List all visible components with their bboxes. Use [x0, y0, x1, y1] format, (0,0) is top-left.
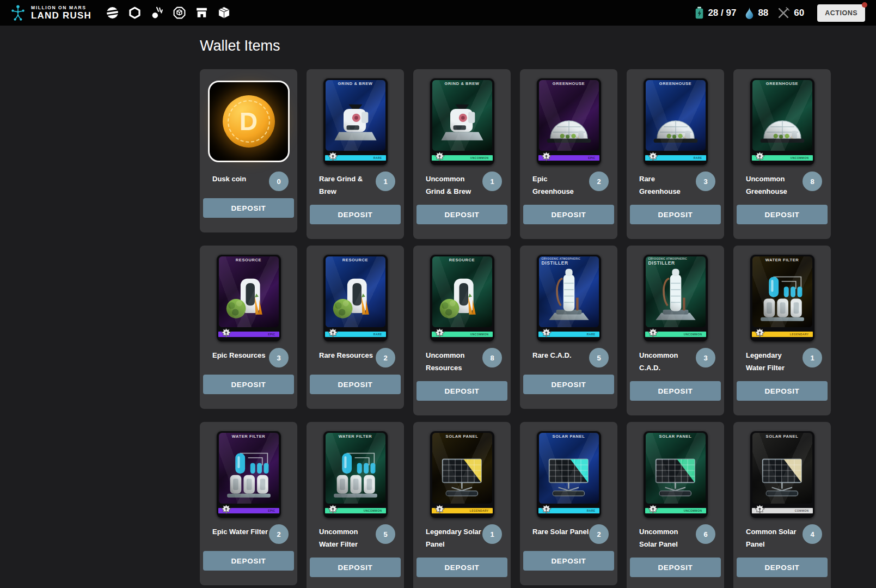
art-title: GREENHOUSE: [537, 81, 601, 86]
trading-card-art: GREENHOUSE EPIC: [537, 78, 601, 165]
battery-icon: [695, 6, 704, 20]
rarity-label: UNCOMMON: [791, 156, 809, 160]
item-art: SOLAR PANEL UNCOMMON: [630, 429, 721, 519]
card-epic-greenhouse: GREENHOUSE EPIC Epic Greenhouse 2 DEPOSI…: [520, 69, 617, 239]
art-title: WATER FILTER: [750, 258, 814, 262]
faction-crest-icon: [647, 151, 659, 164]
card-rare-solar-panel: SOLAR PANEL RARE Rare Solar Panel 2 DEPO…: [520, 422, 617, 585]
deposit-button[interactable]: DEPOSIT: [737, 558, 828, 577]
card-legendary-water-filter: WATER FILTER LEGENDARY Legendary Water F…: [733, 246, 831, 415]
trading-card-art: WATER FILTER LEGENDARY: [750, 254, 814, 341]
art-title: SOLAR PANEL: [644, 434, 708, 439]
energy-stat: 28 / 97: [695, 6, 736, 20]
nav-package-icon[interactable]: [217, 6, 231, 20]
deposit-button[interactable]: DEPOSIT: [523, 551, 614, 571]
card-dusk-coin: D Dusk coin 0 DEPOSIT: [200, 69, 297, 232]
deposit-button[interactable]: DEPOSIT: [523, 375, 614, 394]
top-bar: MILLION ON MARS LAND RUSH: [0, 0, 876, 26]
item-name: Dusk coin: [212, 171, 269, 185]
logo-line2: LAND RUSH: [31, 11, 91, 20]
rarity-label: RARE: [373, 156, 382, 160]
faction-crest-icon: [220, 328, 232, 340]
nav-crafting-icon[interactable]: [173, 6, 187, 20]
item-name: Uncommon Resources: [426, 348, 482, 374]
card-uncommon-resources: RESOURCE UNCOMMON Uncommon Resources 8 D…: [413, 246, 511, 415]
art-title: SOLAR PANEL: [537, 434, 601, 439]
item-art: GRIND & BREW RARE: [310, 76, 401, 167]
deposit-button[interactable]: DEPOSIT: [523, 205, 614, 224]
nav-hexagon-icon[interactable]: [128, 6, 142, 20]
food-value: 60: [794, 8, 804, 19]
card-uncommon-c-a-d: CRYOGENIC ATMOSPHERIC DISTILLER UNCOMMON…: [627, 246, 724, 415]
actions-button[interactable]: ACTIONS: [817, 4, 865, 22]
card-uncommon-solar-panel: SOLAR PANEL UNCOMMON Uncommon Solar Pane…: [627, 422, 724, 588]
deposit-button[interactable]: DEPOSIT: [416, 381, 507, 401]
deposit-button[interactable]: DEPOSIT: [737, 381, 828, 401]
deposit-button[interactable]: DEPOSIT: [630, 205, 721, 224]
art-title: GREENHOUSE: [750, 81, 814, 86]
nav-planet-icon[interactable]: [106, 6, 120, 20]
faction-crest-icon: [754, 151, 765, 164]
deposit-button[interactable]: DEPOSIT: [203, 198, 294, 218]
rarity-label: UNCOMMON: [470, 156, 489, 160]
notification-dot: [862, 2, 867, 8]
deposit-button[interactable]: DEPOSIT: [630, 558, 721, 577]
item-name: Uncommon Water Filter: [319, 524, 376, 550]
rarity-label: EPIC: [268, 333, 275, 336]
card-uncommon-grind-brew: GRIND & BREW UNCOMMON Uncommon Grind & B…: [413, 69, 511, 239]
item-art: GREENHOUSE UNCOMMON: [737, 76, 828, 167]
faction-crest-icon: [754, 328, 765, 340]
item-art: CRYOGENIC ATMOSPHERIC DISTILLER UNCOMMON: [630, 253, 721, 343]
deposit-button[interactable]: DEPOSIT: [310, 558, 401, 577]
trading-card-art: GRIND & BREW RARE: [323, 78, 388, 165]
item-count-badge: 6: [696, 524, 715, 544]
rarity-label: LEGENDARY: [470, 509, 489, 512]
deposit-button[interactable]: DEPOSIT: [310, 205, 401, 224]
art-title: GRIND & BREW: [323, 81, 388, 86]
deposit-button[interactable]: DEPOSIT: [737, 205, 828, 224]
item-count-badge: 2: [376, 348, 395, 367]
item-art: GREENHOUSE EPIC: [523, 76, 614, 167]
item-name: Common Solar Panel: [746, 524, 803, 550]
item-art: RESOURCE RARE: [310, 253, 401, 343]
item-name: Legendary Solar Panel: [426, 524, 482, 550]
faction-crest-icon: [541, 151, 552, 164]
art-title: GRIND & BREW: [430, 81, 494, 86]
app-logo[interactable]: MILLION ON MARS LAND RUSH: [10, 4, 91, 22]
item-art: GRIND & BREW UNCOMMON: [416, 76, 507, 167]
item-count-badge: 8: [803, 171, 822, 191]
item-count-badge: 4: [803, 524, 822, 544]
item-name: Uncommon Greenhouse: [746, 171, 803, 198]
deposit-button[interactable]: DEPOSIT: [310, 375, 401, 394]
nav-shop-icon[interactable]: [195, 6, 209, 20]
faction-crest-icon: [754, 504, 765, 517]
trading-card-art: GREENHOUSE RARE: [644, 78, 708, 165]
rarity-label: LEGENDARY: [790, 333, 809, 336]
deposit-button[interactable]: DEPOSIT: [416, 558, 507, 577]
trading-card-art: GREENHOUSE UNCOMMON: [750, 78, 814, 165]
land-rush-emblem-icon: [10, 4, 26, 22]
art-title: WATER FILTER: [323, 434, 388, 439]
item-count-badge: 3: [269, 348, 289, 367]
trading-card-art: CRYOGENIC ATMOSPHERIC DISTILLER RARE: [537, 254, 601, 341]
faction-crest-icon: [434, 151, 445, 164]
logo-line1: MILLION ON MARS: [31, 5, 91, 10]
item-count-badge: 5: [589, 348, 609, 367]
trading-card-art: WATER FILTER UNCOMMON: [323, 431, 388, 518]
item-count-badge: 1: [482, 171, 502, 191]
item-name: Rare Resources: [319, 348, 376, 362]
deposit-button[interactable]: DEPOSIT: [203, 551, 294, 571]
art-title: DISTILLER: [537, 260, 601, 266]
deposit-button[interactable]: DEPOSIT: [416, 205, 507, 224]
faction-crest-icon: [541, 504, 552, 517]
card-rare-grind-brew: GRIND & BREW RARE Rare Grind & Brew 1 DE…: [307, 69, 404, 239]
deposit-button[interactable]: DEPOSIT: [203, 375, 294, 394]
faction-crest-icon: [327, 328, 339, 340]
deposit-button[interactable]: DEPOSIT: [630, 381, 721, 401]
item-art: RESOURCE UNCOMMON: [416, 253, 507, 343]
wallet-grid: D Dusk coin 0 DEPOSIT GRIND & BREW RARE: [200, 69, 833, 588]
nav-comet-icon[interactable]: [150, 6, 164, 20]
player-stats: 28 / 97 88: [695, 4, 865, 22]
trading-card-art: SOLAR PANEL UNCOMMON: [644, 431, 708, 518]
item-art: WATER FILTER LEGENDARY: [737, 253, 828, 343]
